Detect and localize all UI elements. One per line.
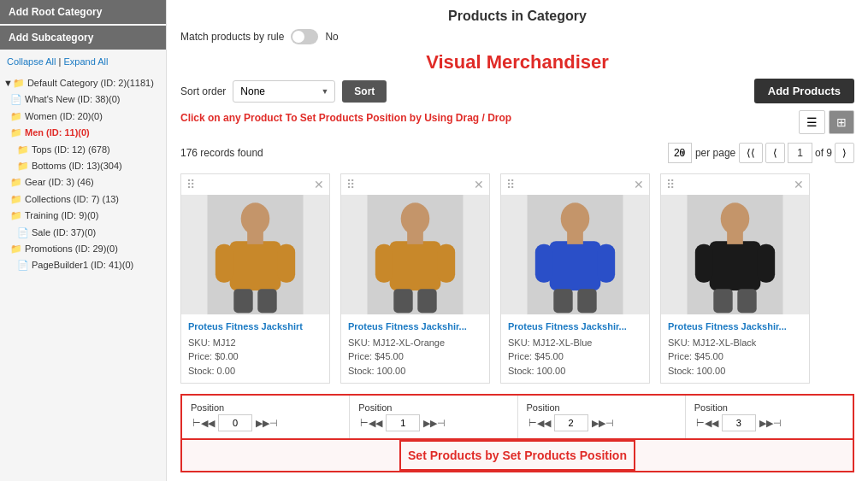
drag-handle-icon[interactable]: ⠿ [346, 178, 355, 191]
close-icon[interactable]: ✕ [474, 178, 484, 191]
svg-rect-28 [758, 244, 776, 283]
svg-point-17 [561, 202, 590, 234]
product-card: ⠿ ✕ [340, 173, 490, 384]
close-icon[interactable]: ✕ [794, 178, 804, 191]
position-first-button[interactable]: ⊢◀◀ [358, 417, 384, 430]
tree-item[interactable]: 📁Women (ID: 20)(0) [3, 109, 162, 125]
tree-item-label: PageBuilder1 (ID: 41)(0) [32, 259, 133, 272]
first-page-button[interactable]: ⟨⟨ [739, 143, 763, 163]
product-image [341, 195, 489, 314]
position-input[interactable] [554, 414, 588, 431]
position-cell: Position ⊢◀◀ ▶▶⊣ [518, 396, 686, 438]
tree-item-label: What's New (ID: 38)(0) [25, 93, 121, 106]
close-icon[interactable]: ✕ [634, 178, 644, 191]
product-sku: SKU: MJ12-XL-Orange [348, 336, 482, 350]
card-top: ⠿ ✕ [341, 174, 489, 195]
product-info: Proteus Fitness Jackshir... SKU: MJ12-XL… [661, 314, 809, 383]
sort-select[interactable]: None [233, 80, 335, 103]
folder-icon: 📁 [10, 193, 22, 206]
grid-view-button[interactable]: ⊞ [829, 110, 854, 134]
sort-button[interactable]: Sort [342, 80, 387, 103]
set-products-label: Set Products by Set Products Position [399, 440, 635, 471]
add-subcategory-button[interactable]: Add Subcategory [0, 26, 166, 50]
product-stock: Stock: 100.00 [508, 364, 642, 378]
product-image [501, 195, 649, 314]
position-first-button[interactable]: ⊢◀◀ [527, 417, 552, 430]
prev-page-button[interactable]: ⟨ [765, 143, 785, 163]
tree-item[interactable]: 📁Bottoms (ID: 13)(304) [3, 158, 162, 174]
sort-select-wrap: None [233, 80, 335, 103]
page-icon: 📄 [10, 93, 22, 106]
set-products-footer: Set Products by Set Products Position [182, 438, 853, 471]
page-title: Products in Category [180, 9, 854, 24]
product-card: ⠿ ✕ [660, 173, 810, 384]
page-navigation: ⟨⟨ ⟨ 1 of 9 ⟩ [739, 143, 854, 163]
svg-rect-13 [407, 232, 423, 244]
folder-icon: 📁 [17, 160, 29, 173]
svg-point-9 [401, 202, 430, 234]
tree-item[interactable]: 📁Gear (ID: 3) (46) [3, 174, 162, 191]
page-icon: 📄 [17, 226, 29, 239]
tree-item[interactable]: 📁Training (ID: 9)(0) [3, 208, 162, 224]
tree-item-label: Tops (ID: 12) (678) [32, 144, 110, 156]
match-products-row: Match products by rule No [180, 29, 854, 44]
tree-item[interactable]: 📁Promotions (ID: 29)(0) [3, 241, 162, 257]
position-last-button[interactable]: ▶▶⊣ [758, 417, 783, 430]
svg-point-1 [241, 202, 270, 234]
folder-icon: 📁 [10, 243, 22, 255]
tree-item[interactable]: 📄Sale (ID: 37)(0) [3, 225, 162, 241]
svg-rect-10 [390, 241, 441, 290]
product-card: ⠿ ✕ [500, 173, 650, 384]
add-products-button[interactable]: Add Products [754, 79, 854, 103]
sort-order-label: Sort order [180, 85, 226, 97]
position-input[interactable] [386, 414, 420, 431]
folder-icon: 📁 [10, 176, 22, 189]
drag-handle-icon[interactable]: ⠿ [186, 178, 195, 191]
svg-rect-7 [257, 289, 276, 313]
collapse-all-link[interactable]: Collapse All [7, 56, 56, 67]
drag-handle-icon[interactable]: ⠿ [666, 178, 675, 191]
tree-item-label: Training (ID: 9)(0) [25, 209, 98, 222]
product-image [661, 195, 809, 314]
tree-item[interactable]: 📁Tops (ID: 12) (678) [3, 142, 162, 158]
tree-item[interactable]: ▼📁Default Category (ID: 2)(1181) [3, 75, 162, 91]
next-page-button[interactable]: ⟩ [835, 143, 854, 163]
position-input[interactable] [722, 414, 756, 431]
tree-item[interactable]: 📁Men (ID: 11)(0) [3, 125, 162, 141]
position-input[interactable] [218, 414, 252, 431]
records-row: 176 records found 20 per page ⟨⟨ ⟨ 1 of … [180, 143, 854, 163]
tree-item-label: Men (ID: 11)(0) [25, 126, 90, 139]
per-page-select[interactable]: 20 [668, 143, 692, 163]
position-first-button[interactable]: ⊢◀◀ [191, 417, 216, 430]
position-last-button[interactable]: ▶▶⊣ [422, 417, 447, 430]
collapse-expand-links: Collapse All | Expand All [0, 51, 166, 72]
svg-rect-31 [737, 289, 756, 313]
product-card: ⠿ ✕ [180, 173, 330, 384]
product-name: Proteus Fitness Jackshir... [508, 320, 642, 334]
product-price: Price: $45.00 [348, 349, 482, 364]
drag-handle-icon[interactable]: ⠿ [506, 178, 515, 191]
position-controls: ⊢◀◀ ▶▶⊣ [358, 414, 508, 431]
position-first-button[interactable]: ⊢◀◀ [694, 417, 720, 430]
tree-item[interactable]: 📄What's New (ID: 38)(0) [3, 91, 162, 108]
add-root-category-button[interactable]: Add Root Category [0, 0, 166, 24]
svg-rect-26 [710, 241, 761, 290]
match-products-toggle[interactable] [291, 29, 318, 44]
svg-rect-3 [216, 244, 233, 283]
position-cell: Position ⊢◀◀ ▶▶⊣ [350, 396, 517, 438]
product-image [181, 195, 329, 314]
svg-rect-2 [230, 241, 281, 290]
position-controls: ⊢◀◀ ▶▶⊣ [694, 414, 844, 431]
position-label: Position [694, 402, 844, 413]
position-last-button[interactable]: ▶▶⊣ [590, 417, 616, 430]
close-icon[interactable]: ✕ [314, 178, 324, 191]
expand-all-link[interactable]: Expand All [63, 56, 108, 67]
svg-rect-18 [550, 241, 601, 290]
card-top: ⠿ ✕ [501, 174, 649, 195]
position-last-button[interactable]: ▶▶⊣ [254, 417, 280, 430]
tree-item[interactable]: 📁Collections (ID: 7) (13) [3, 191, 162, 208]
tree-item-label: Collections (ID: 7) (13) [25, 193, 119, 206]
tree-item-label: Default Category (ID: 2)(1181) [27, 77, 154, 90]
list-view-button[interactable]: ☰ [799, 110, 825, 134]
tree-item[interactable]: 📄PageBuilder1 (ID: 41)(0) [3, 257, 162, 273]
